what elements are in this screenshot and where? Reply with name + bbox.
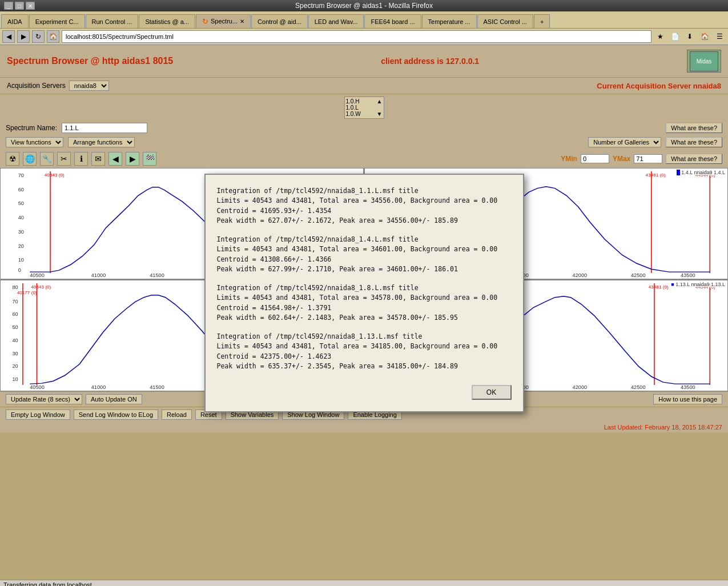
modal-section-3: Integration of /tmp/tcl4592/nnaida8_1.13… <box>217 332 512 371</box>
modal-section-3-line-1: Centroid = 42375.00+/- 1.4623 <box>217 352 512 362</box>
modal-section-0-title: Integration of /tmp/tcl4592/nnaida8_1.1.… <box>217 186 512 196</box>
modal-section-1-line-2: Peak width = 627.99+/- 2.1710, Peak area… <box>217 264 512 274</box>
modal-section-3-title: Integration of /tmp/tcl4592/nnaida8_1.13… <box>217 332 512 342</box>
modal-section-2-title: Integration of /tmp/tcl4592/nnaida8_1.8.… <box>217 283 512 293</box>
modal-overlay: Integration of /tmp/tcl4592/nnaida8_1.1.… <box>0 0 728 586</box>
modal-section-0-line-2: Peak width = 627.07+/- 2.1672, Peak area… <box>217 216 512 226</box>
modal-section-2-line-1: Centroid = 41564.98+/- 1.3791 <box>217 303 512 313</box>
modal-content: Integration of /tmp/tcl4592/nnaida8_1.1.… <box>217 186 512 371</box>
modal-section-1-title: Integration of /tmp/tcl4592/nnaida8_1.4.… <box>217 235 512 244</box>
modal-footer: OK <box>217 380 512 400</box>
modal-dialog: Integration of /tmp/tcl4592/nnaida8_1.1.… <box>204 174 524 412</box>
modal-section-2-line-2: Peak width = 602.64+/- 2.1483, Peak area… <box>217 313 512 323</box>
modal-section-1: Integration of /tmp/tcl4592/nnaida8_1.4.… <box>217 235 512 274</box>
modal-section-2: Integration of /tmp/tcl4592/nnaida8_1.8.… <box>217 283 512 323</box>
modal-section-3-line-0: Limits = 40543 and 43481, Total area = 3… <box>217 342 512 351</box>
modal-section-3-line-2: Peak width = 635.37+/- 2.3545, Peak area… <box>217 362 512 371</box>
modal-section-0-line-0: Limits = 40543 and 43481, Total area = 3… <box>217 196 512 206</box>
modal-section-1-line-1: Centroid = 41308.66+/- 1.4366 <box>217 255 512 264</box>
modal-section-2-line-0: Limits = 40543 and 43481, Total area = 3… <box>217 293 512 303</box>
modal-section-0: Integration of /tmp/tcl4592/nnaida8_1.1.… <box>217 186 512 226</box>
modal-section-1-line-0: Limits = 40543 and 43481, Total area = 3… <box>217 244 512 254</box>
modal-ok-button[interactable]: OK <box>472 385 512 400</box>
modal-section-0-line-1: Centroid = 41695.93+/- 1.4354 <box>217 206 512 216</box>
